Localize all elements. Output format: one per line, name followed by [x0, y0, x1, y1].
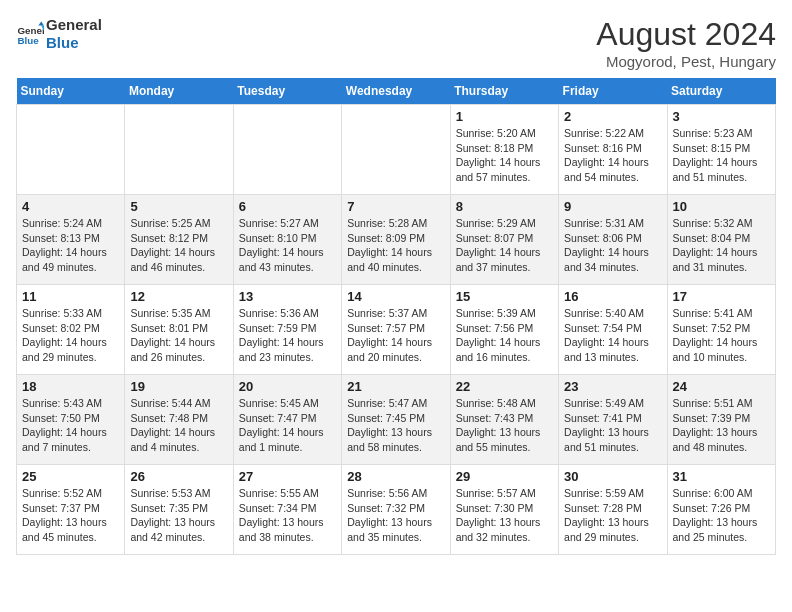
day-info: Sunrise: 5:37 AMSunset: 7:57 PMDaylight:… [347, 306, 444, 365]
calendar-cell: 11Sunrise: 5:33 AMSunset: 8:02 PMDayligh… [17, 285, 125, 375]
day-number: 5 [130, 199, 227, 214]
day-info: Sunrise: 5:35 AMSunset: 8:01 PMDaylight:… [130, 306, 227, 365]
calendar-cell: 21Sunrise: 5:47 AMSunset: 7:45 PMDayligh… [342, 375, 450, 465]
calendar-cell: 23Sunrise: 5:49 AMSunset: 7:41 PMDayligh… [559, 375, 667, 465]
calendar-cell: 20Sunrise: 5:45 AMSunset: 7:47 PMDayligh… [233, 375, 341, 465]
calendar-cell: 25Sunrise: 5:52 AMSunset: 7:37 PMDayligh… [17, 465, 125, 555]
calendar-cell: 31Sunrise: 6:00 AMSunset: 7:26 PMDayligh… [667, 465, 775, 555]
logo-text-blue: Blue [46, 34, 102, 52]
day-info: Sunrise: 5:51 AMSunset: 7:39 PMDaylight:… [673, 396, 770, 455]
day-number: 30 [564, 469, 661, 484]
day-number: 17 [673, 289, 770, 304]
calendar-week-row: 11Sunrise: 5:33 AMSunset: 8:02 PMDayligh… [17, 285, 776, 375]
calendar-cell: 12Sunrise: 5:35 AMSunset: 8:01 PMDayligh… [125, 285, 233, 375]
day-info: Sunrise: 5:47 AMSunset: 7:45 PMDaylight:… [347, 396, 444, 455]
day-number: 20 [239, 379, 336, 394]
day-number: 19 [130, 379, 227, 394]
calendar-cell: 3Sunrise: 5:23 AMSunset: 8:15 PMDaylight… [667, 105, 775, 195]
day-number: 11 [22, 289, 119, 304]
page-header: General Blue General Blue August 2024 Mo… [16, 16, 776, 70]
logo-icon: General Blue [16, 20, 44, 48]
day-number: 28 [347, 469, 444, 484]
title-block: August 2024 Mogyorod, Pest, Hungary [596, 16, 776, 70]
day-info: Sunrise: 5:20 AMSunset: 8:18 PMDaylight:… [456, 126, 553, 185]
day-number: 18 [22, 379, 119, 394]
day-number: 3 [673, 109, 770, 124]
day-number: 21 [347, 379, 444, 394]
day-number: 26 [130, 469, 227, 484]
svg-marker-2 [38, 21, 44, 25]
day-info: Sunrise: 5:36 AMSunset: 7:59 PMDaylight:… [239, 306, 336, 365]
day-number: 14 [347, 289, 444, 304]
day-info: Sunrise: 5:22 AMSunset: 8:16 PMDaylight:… [564, 126, 661, 185]
day-number: 27 [239, 469, 336, 484]
calendar-cell: 18Sunrise: 5:43 AMSunset: 7:50 PMDayligh… [17, 375, 125, 465]
day-info: Sunrise: 5:45 AMSunset: 7:47 PMDaylight:… [239, 396, 336, 455]
day-info: Sunrise: 6:00 AMSunset: 7:26 PMDaylight:… [673, 486, 770, 545]
weekday-header-friday: Friday [559, 78, 667, 105]
day-number: 10 [673, 199, 770, 214]
day-number: 12 [130, 289, 227, 304]
day-number: 16 [564, 289, 661, 304]
day-info: Sunrise: 5:41 AMSunset: 7:52 PMDaylight:… [673, 306, 770, 365]
calendar-header-row: SundayMondayTuesdayWednesdayThursdayFrid… [17, 78, 776, 105]
calendar-cell: 6Sunrise: 5:27 AMSunset: 8:10 PMDaylight… [233, 195, 341, 285]
calendar-cell: 19Sunrise: 5:44 AMSunset: 7:48 PMDayligh… [125, 375, 233, 465]
calendar-table: SundayMondayTuesdayWednesdayThursdayFrid… [16, 78, 776, 555]
weekday-header-tuesday: Tuesday [233, 78, 341, 105]
day-number: 25 [22, 469, 119, 484]
calendar-week-row: 1Sunrise: 5:20 AMSunset: 8:18 PMDaylight… [17, 105, 776, 195]
weekday-header-monday: Monday [125, 78, 233, 105]
day-info: Sunrise: 5:48 AMSunset: 7:43 PMDaylight:… [456, 396, 553, 455]
day-info: Sunrise: 5:28 AMSunset: 8:09 PMDaylight:… [347, 216, 444, 275]
calendar-cell: 16Sunrise: 5:40 AMSunset: 7:54 PMDayligh… [559, 285, 667, 375]
day-info: Sunrise: 5:49 AMSunset: 7:41 PMDaylight:… [564, 396, 661, 455]
day-number: 15 [456, 289, 553, 304]
day-info: Sunrise: 5:43 AMSunset: 7:50 PMDaylight:… [22, 396, 119, 455]
day-number: 9 [564, 199, 661, 214]
day-number: 6 [239, 199, 336, 214]
day-info: Sunrise: 5:52 AMSunset: 7:37 PMDaylight:… [22, 486, 119, 545]
weekday-header-sunday: Sunday [17, 78, 125, 105]
day-info: Sunrise: 5:23 AMSunset: 8:15 PMDaylight:… [673, 126, 770, 185]
page-title: August 2024 [596, 16, 776, 53]
day-number: 22 [456, 379, 553, 394]
day-info: Sunrise: 5:29 AMSunset: 8:07 PMDaylight:… [456, 216, 553, 275]
day-info: Sunrise: 5:57 AMSunset: 7:30 PMDaylight:… [456, 486, 553, 545]
day-info: Sunrise: 5:53 AMSunset: 7:35 PMDaylight:… [130, 486, 227, 545]
day-number: 7 [347, 199, 444, 214]
calendar-cell: 29Sunrise: 5:57 AMSunset: 7:30 PMDayligh… [450, 465, 558, 555]
day-number: 4 [22, 199, 119, 214]
day-info: Sunrise: 5:32 AMSunset: 8:04 PMDaylight:… [673, 216, 770, 275]
day-info: Sunrise: 5:24 AMSunset: 8:13 PMDaylight:… [22, 216, 119, 275]
calendar-cell: 26Sunrise: 5:53 AMSunset: 7:35 PMDayligh… [125, 465, 233, 555]
calendar-cell: 22Sunrise: 5:48 AMSunset: 7:43 PMDayligh… [450, 375, 558, 465]
logo: General Blue General Blue [16, 16, 102, 52]
calendar-cell: 10Sunrise: 5:32 AMSunset: 8:04 PMDayligh… [667, 195, 775, 285]
day-number: 23 [564, 379, 661, 394]
calendar-cell: 1Sunrise: 5:20 AMSunset: 8:18 PMDaylight… [450, 105, 558, 195]
day-info: Sunrise: 5:33 AMSunset: 8:02 PMDaylight:… [22, 306, 119, 365]
calendar-cell: 7Sunrise: 5:28 AMSunset: 8:09 PMDaylight… [342, 195, 450, 285]
day-number: 8 [456, 199, 553, 214]
calendar-cell: 27Sunrise: 5:55 AMSunset: 7:34 PMDayligh… [233, 465, 341, 555]
calendar-cell: 28Sunrise: 5:56 AMSunset: 7:32 PMDayligh… [342, 465, 450, 555]
calendar-week-row: 4Sunrise: 5:24 AMSunset: 8:13 PMDaylight… [17, 195, 776, 285]
weekday-header-saturday: Saturday [667, 78, 775, 105]
calendar-cell [233, 105, 341, 195]
day-info: Sunrise: 5:40 AMSunset: 7:54 PMDaylight:… [564, 306, 661, 365]
day-number: 2 [564, 109, 661, 124]
day-number: 13 [239, 289, 336, 304]
calendar-cell: 14Sunrise: 5:37 AMSunset: 7:57 PMDayligh… [342, 285, 450, 375]
calendar-week-row: 25Sunrise: 5:52 AMSunset: 7:37 PMDayligh… [17, 465, 776, 555]
calendar-cell: 9Sunrise: 5:31 AMSunset: 8:06 PMDaylight… [559, 195, 667, 285]
calendar-cell: 24Sunrise: 5:51 AMSunset: 7:39 PMDayligh… [667, 375, 775, 465]
calendar-cell: 8Sunrise: 5:29 AMSunset: 8:07 PMDaylight… [450, 195, 558, 285]
day-number: 24 [673, 379, 770, 394]
day-info: Sunrise: 5:25 AMSunset: 8:12 PMDaylight:… [130, 216, 227, 275]
calendar-cell [125, 105, 233, 195]
calendar-cell: 15Sunrise: 5:39 AMSunset: 7:56 PMDayligh… [450, 285, 558, 375]
calendar-week-row: 18Sunrise: 5:43 AMSunset: 7:50 PMDayligh… [17, 375, 776, 465]
svg-text:Blue: Blue [17, 35, 39, 46]
day-info: Sunrise: 5:39 AMSunset: 7:56 PMDaylight:… [456, 306, 553, 365]
